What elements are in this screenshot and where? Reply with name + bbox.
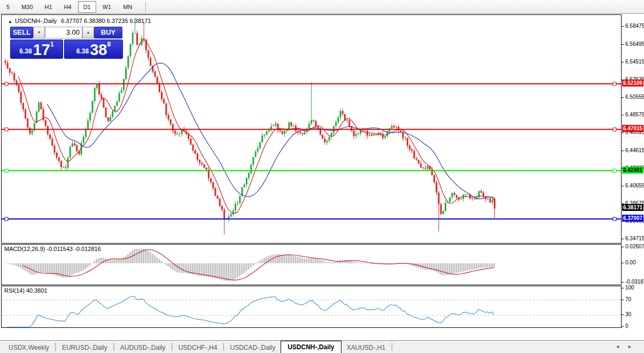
buy-button[interactable]: BUY	[94, 27, 122, 38]
tab-usdchf-h4[interactable]: USDCHF-,H4	[173, 342, 223, 353]
axis-tick	[622, 62, 624, 62]
price-tick-label: 6.50555	[625, 94, 644, 100]
price-badge: 6.47015	[622, 125, 643, 132]
axis-tick	[622, 326, 624, 327]
macd-label: MACD(12,26,9) -0.011543 -0.012816	[4, 246, 101, 252]
ask-price-prefix: 6.38	[76, 48, 89, 55]
chart-ohlc-values: 6.37707 6.38380 6.37235 6.38171	[61, 18, 151, 24]
rsi-tick-label: 70	[625, 296, 631, 302]
tab-usdx-weekly[interactable]: USDX,Weekly	[3, 342, 55, 353]
bid-price-display[interactable]: 6.38171	[10, 40, 63, 59]
tab-scroll-left-icon[interactable]: ◄	[615, 344, 627, 349]
price-badge: 6.52109	[622, 80, 643, 87]
line-handle[interactable]	[613, 128, 616, 131]
timeframe-button-w1[interactable]: W1	[97, 1, 117, 13]
line-handle[interactable]	[5, 128, 8, 131]
price-axis: 6.584756.564956.545156.525356.505556.485…	[622, 14, 644, 340]
price-pane[interactable]: ▲USDCNH-,Daily6.37707 6.38380 6.37235 6.…	[1, 14, 622, 244]
price-tick-label: 6.54515	[625, 59, 644, 65]
axis-tick	[622, 26, 624, 27]
tab-usdcad-daily[interactable]: USDCAD-,Daily	[224, 342, 281, 353]
bid-price-big-digits: 17	[33, 43, 50, 57]
rsi-tick-label: 30	[625, 311, 631, 317]
chart-area: ▲USDCNH-,Daily6.37707 6.38380 6.37235 6.…	[1, 14, 622, 340]
macd-tick-label: 0.00	[625, 260, 635, 265]
axis-tick	[622, 115, 624, 115]
collapse-trade-panel-icon[interactable]: ▲	[8, 19, 12, 24]
axis-tick	[622, 315, 624, 315]
toolbar-separator	[145, 2, 146, 12]
timeframe-button-h1[interactable]: H1	[40, 1, 58, 13]
price-tick-label: 6.40655	[625, 183, 644, 189]
tab-scroll-arrows[interactable]: ◄►	[615, 344, 640, 349]
tab-usdcnh-daily[interactable]: USDCNH-,Daily	[281, 341, 341, 353]
axis-tick	[622, 288, 624, 288]
axis-tick	[622, 132, 624, 133]
tab-separator: |	[391, 340, 393, 353]
chart-tab-bar: USDX,Weekly|EURUSD-,Daily|AUDUSD-,Daily|…	[0, 340, 644, 353]
volume-increase-button[interactable]: ▲	[82, 27, 94, 38]
sell-button[interactable]: SELL	[10, 27, 33, 38]
trading-terminal-window: 5M30H1H4D1W1MN ▲USDCNH-,Daily6.37707 6.3…	[0, 0, 644, 353]
axis-tick	[622, 300, 624, 300]
price-tick-label: 6.58475	[625, 23, 644, 29]
volume-decrease-button[interactable]: ▼	[33, 27, 45, 38]
price-tick-label: 6.34715	[625, 236, 644, 241]
price-badge: 6.42401	[622, 167, 643, 174]
line-handle[interactable]	[613, 169, 616, 172]
line-handle[interactable]	[5, 169, 8, 172]
rsi-tick-label: 0	[625, 323, 629, 329]
rsi-pane[interactable]: RSI(14) 40.3801	[1, 286, 622, 328]
axis-tick	[622, 151, 624, 151]
ask-price-big-digits: 38	[90, 43, 107, 57]
timeframe-button-d1[interactable]: D1	[78, 1, 96, 13]
one-click-trade-panel: SELL ▼ 3.00 ▲ BUY 6.38171 6.38388	[10, 27, 123, 59]
chart-title: ▲USDCNH-,Daily6.37707 6.38380 6.37235 6.…	[8, 18, 151, 24]
bid-price-pipette: 1	[50, 41, 54, 48]
timeframe-button-m30[interactable]: M30	[16, 1, 38, 13]
axis-tick	[622, 97, 624, 98]
line-handle[interactable]	[613, 82, 616, 85]
chart-symbol-label: USDCNH-,Daily	[15, 18, 57, 24]
tab-eurusd-daily[interactable]: EURUSD-,Daily	[57, 342, 113, 353]
macd-pane[interactable]: MACD(12,26,9) -0.011543 -0.012816	[1, 244, 622, 285]
price-tick-label: 6.44615	[625, 147, 644, 153]
rsi-label: RSI(14) 40.3801	[4, 287, 48, 294]
tab-audusd-daily[interactable]: AUDUSD-,Daily	[115, 342, 171, 353]
line-handle[interactable]	[613, 217, 616, 221]
timeframe-toolbar: 5M30H1H4D1W1MN	[0, 0, 644, 14]
macd-tick-label: -0.03187	[625, 279, 644, 285]
axis-tick	[622, 44, 624, 45]
ask-price-pipette: 8	[107, 41, 111, 48]
timeframe-button-5[interactable]: 5	[1, 1, 15, 13]
axis-tick	[622, 186, 624, 186]
price-badge: 6.38171	[622, 204, 643, 211]
timeframe-button-mn[interactable]: MN	[118, 1, 137, 13]
axis-tick	[622, 247, 624, 247]
ask-price-display[interactable]: 6.38388	[64, 40, 123, 59]
rsi-tick-label: 100	[625, 285, 634, 291]
price-tick-label: 6.48575	[625, 112, 644, 117]
volume-input[interactable]: 3.00	[45, 27, 82, 38]
macd-tick-label: 0.02607	[625, 244, 644, 249]
price-tick-label: 6.56495	[625, 41, 644, 47]
rsi-canvas[interactable]	[2, 286, 621, 327]
tab-xauusd-h1[interactable]: XAUUSD-,H1	[342, 342, 391, 353]
line-handle[interactable]	[5, 217, 8, 221]
axis-tick	[622, 239, 624, 239]
tab-scroll-right-icon[interactable]: ►	[627, 344, 640, 349]
line-handle[interactable]	[5, 82, 8, 85]
axis-tick	[622, 263, 624, 263]
timeframe-button-h4[interactable]: H4	[59, 1, 77, 13]
bid-price-prefix: 6.38	[19, 48, 32, 55]
axis-tick	[622, 282, 624, 283]
price-badge: 6.37007	[622, 215, 643, 222]
